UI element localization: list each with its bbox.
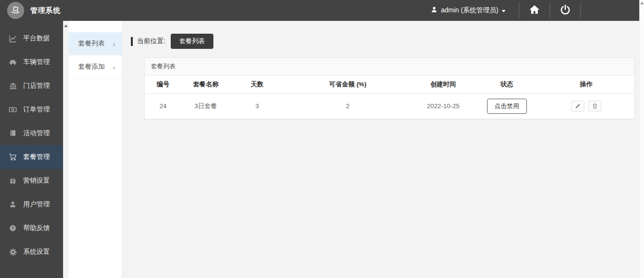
- app-logo-icon: [7, 2, 24, 19]
- disable-toggle-button[interactable]: 点击禁用: [487, 99, 527, 114]
- brand: 管理系统: [0, 2, 61, 19]
- sidebar-item-vehicles[interactable]: 车辆管理: [0, 50, 63, 74]
- admin-app: 管理系统 admin (系统管理员): [0, 0, 639, 278]
- submenu: 套餐列表 › 套餐添加 ›: [69, 21, 122, 278]
- order-icon: [9, 105, 17, 114]
- sidebar-item-stores[interactable]: 门店管理: [0, 74, 63, 98]
- sidebar-item-help[interactable]: ? 帮助反馈: [0, 216, 63, 240]
- gift-icon: [9, 176, 17, 185]
- chart-icon: [9, 34, 17, 43]
- submenu-item-package-add[interactable]: 套餐添加 ›: [69, 56, 122, 79]
- col-days: 天数: [230, 75, 285, 93]
- breadcrumb-label: 当前位置:: [137, 37, 166, 46]
- car-icon: [9, 58, 17, 66]
- submenu-item-package-list[interactable]: 套餐列表 ›: [69, 32, 122, 56]
- home-icon: [529, 4, 540, 17]
- cell-created: 2022-10-25: [411, 93, 475, 119]
- home-button[interactable]: [519, 0, 550, 21]
- delete-button[interactable]: [589, 101, 601, 111]
- col-created: 创建时间: [411, 75, 475, 93]
- activity-icon: [9, 129, 17, 138]
- main-content: 当前位置: 套餐列表 套餐列表 编号 套餐名称 天数 可省金额: [122, 21, 639, 278]
- user-icon: [9, 200, 17, 209]
- cell-name: 3日套餐: [181, 93, 230, 119]
- cell-status: 点击禁用: [475, 93, 539, 119]
- sidebar-item-label: 用户管理: [23, 200, 50, 209]
- sidebar-item-settings[interactable]: 系统设置: [0, 240, 63, 264]
- cell-id: 24: [145, 93, 181, 119]
- user-dropdown[interactable]: admin (系统管理员): [425, 0, 519, 21]
- col-status: 状态: [475, 75, 539, 93]
- submenu-scrollbar[interactable]: [63, 21, 69, 278]
- table-header-row: 编号 套餐名称 天数 可省金额 (%) 创建时间 状态 操作: [145, 75, 634, 93]
- cell-actions: [539, 93, 634, 119]
- chevron-down-icon: [502, 10, 506, 12]
- layout-row: 平台数据 车辆管理: [0, 21, 639, 278]
- store-icon: [9, 82, 17, 90]
- sidebar-item-activities[interactable]: 活动管理: [0, 121, 63, 145]
- col-name: 套餐名称: [181, 75, 230, 93]
- breadcrumb: 当前位置: 套餐列表: [131, 34, 635, 48]
- cell-days: 3: [230, 93, 285, 119]
- sidebar: 平台数据 车辆管理: [0, 21, 63, 278]
- pencil-icon: [575, 103, 581, 109]
- col-save-percent: 可省金额 (%): [284, 75, 411, 93]
- col-actions: 操作: [539, 75, 634, 93]
- chevron-right-icon: ›: [113, 40, 115, 48]
- logout-button[interactable]: [550, 0, 580, 21]
- submenu-item-label: 套餐列表: [78, 39, 105, 48]
- sidebar-item-label: 活动管理: [23, 129, 50, 138]
- sidebar-item-label: 套餐管理: [23, 153, 50, 161]
- sidebar-item-label: 平台数据: [23, 34, 50, 43]
- user-icon: [431, 6, 438, 15]
- sidebar-item-orders[interactable]: 订单管理: [0, 98, 63, 121]
- sidebar-item-label: 系统设置: [23, 248, 50, 256]
- sidebar-item-label: 车辆管理: [23, 58, 50, 66]
- edit-button[interactable]: [571, 101, 584, 111]
- page-scrollbar[interactable]: [639, 0, 644, 278]
- table-row: 24 3日套餐 3 2 2022-10-25 点击禁用: [145, 93, 634, 119]
- sidebar-item-label: 营销设置: [23, 176, 50, 185]
- topbar: 管理系统 admin (系统管理员): [0, 0, 639, 21]
- sidebar-item-users[interactable]: 用户管理: [0, 193, 63, 216]
- sidebar-item-label: 订单管理: [23, 105, 50, 114]
- svg-text:?: ?: [11, 226, 14, 231]
- power-icon: [560, 4, 571, 17]
- sidebar-item-label: 帮助反馈: [23, 224, 50, 232]
- scroll-up-icon: [640, 2, 644, 4]
- username-label: admin (系统管理员): [441, 6, 498, 15]
- topbar-right: admin (系统管理员): [425, 0, 639, 21]
- scroll-up-icon: [64, 25, 68, 27]
- sidebar-item-packages[interactable]: 套餐管理: [0, 145, 63, 169]
- panel-title: 套餐列表: [145, 58, 634, 75]
- gear-icon: [9, 248, 17, 256]
- sidebar-item-platform-data[interactable]: 平台数据: [0, 27, 63, 50]
- breadcrumb-marker: [131, 37, 133, 46]
- submenu-item-label: 套餐添加: [78, 63, 105, 71]
- col-id: 编号: [145, 75, 181, 93]
- cell-save-percent: 2: [284, 93, 411, 119]
- cart-icon: [9, 153, 17, 161]
- sidebar-item-label: 门店管理: [23, 82, 50, 90]
- sidebar-item-marketing[interactable]: 营销设置: [0, 169, 63, 193]
- package-list-panel: 套餐列表 编号 套餐名称 天数 可省金额 (%) 创建时间 状态: [144, 57, 635, 120]
- chevron-right-icon: ›: [113, 63, 115, 71]
- app-title: 管理系统: [30, 6, 61, 15]
- topbar-divider: [580, 2, 581, 19]
- breadcrumb-current-button[interactable]: 套餐列表: [171, 34, 213, 49]
- help-icon: ?: [9, 224, 17, 232]
- trash-icon: [592, 103, 598, 109]
- package-table: 编号 套餐名称 天数 可省金额 (%) 创建时间 状态 操作 24 3日套餐: [145, 75, 634, 119]
